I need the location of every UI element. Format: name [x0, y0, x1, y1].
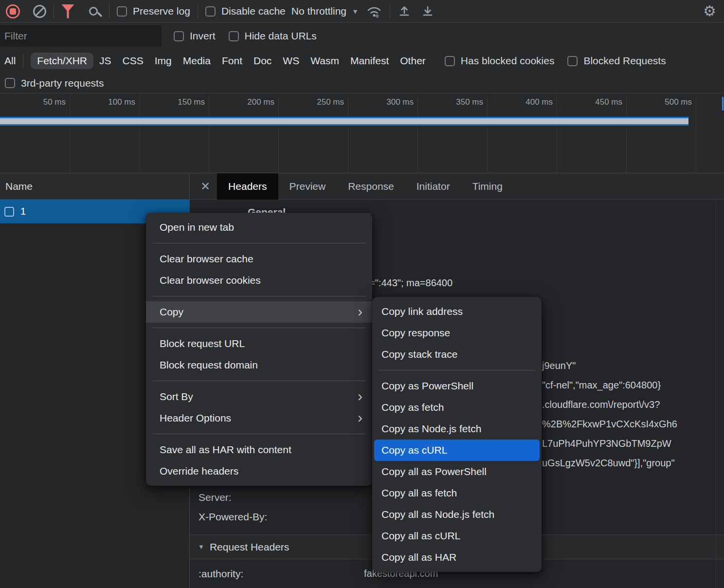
menu-item-open-in-new-tab[interactable]: Open in new tab	[146, 217, 372, 238]
blocked-requests-checkbox-group[interactable]: Blocked Requests	[567, 55, 666, 67]
clear-icon	[33, 5, 46, 18]
type-filter-media[interactable]: Media	[183, 55, 211, 67]
menu-separator	[379, 370, 535, 370]
header-value-fragment: "cf-nel","max_age":604800}	[542, 380, 661, 391]
submenu-item-copy-all-as-powershell[interactable]: Copy all as PowerShell	[372, 461, 542, 482]
record-button[interactable]	[0, 4, 20, 18]
hide-data-urls-checkbox[interactable]	[229, 31, 239, 41]
menu-item-sort-by-label: Sort By	[160, 391, 193, 402]
search-icon	[89, 7, 98, 16]
timeline-tick: 350 ms	[414, 97, 483, 107]
network-conditions-button[interactable]	[366, 4, 382, 18]
gear-icon: ⚙	[703, 3, 716, 19]
clear-button[interactable]	[20, 5, 46, 18]
network-overview-timeline[interactable]: 50 ms 100 ms 150 ms 200 ms 250 ms 300 ms…	[0, 94, 724, 173]
tab-headers[interactable]: Headers	[217, 173, 278, 200]
type-filter-css[interactable]: CSS	[123, 55, 144, 67]
timeline-tick: 200 ms	[205, 97, 274, 107]
submenu-item-copy-all-as-nodejs-fetch[interactable]: Copy all as Node.js fetch	[372, 504, 542, 525]
menu-item-block-request-domain[interactable]: Block request domain	[146, 354, 372, 376]
timeline-tick: 50 ms	[0, 97, 66, 107]
preserve-log-checkbox-group[interactable]: Preserve log	[117, 5, 190, 17]
close-icon[interactable]: ✕	[200, 180, 210, 193]
blocked-requests-label: Blocked Requests	[583, 55, 666, 67]
submenu-item-copy-all-as-fetch[interactable]: Copy all as fetch	[372, 482, 542, 504]
invert-checkbox[interactable]	[174, 31, 184, 41]
tab-preview[interactable]: Preview	[278, 173, 337, 200]
tab-timing[interactable]: Timing	[461, 173, 514, 200]
hide-data-urls-checkbox-group[interactable]: Hide data URLs	[229, 30, 317, 42]
export-har-button[interactable]	[421, 4, 434, 18]
name-column-header[interactable]: Name	[0, 173, 189, 200]
header-value-fragment: %2B%2FkxwP1vCXcKsI4xGh6	[542, 419, 677, 430]
request-headers-title: Request Headers	[210, 541, 289, 553]
alt-svc-value-fragment: 3=":443"; ma=86400	[364, 277, 452, 289]
header-value-fragment: L7uPh4PuhYP3NGbTM9ZpW	[542, 438, 671, 449]
type-filter-img[interactable]: Img	[155, 55, 172, 67]
type-filter-fetch-xhr-selected[interactable]: Fetch/XHR	[31, 53, 93, 69]
has-blocked-cookies-checkbox[interactable]	[445, 56, 455, 66]
menu-item-override-headers[interactable]: Override headers	[146, 460, 372, 482]
settings-button[interactable]: ⚙	[703, 4, 716, 18]
type-filter-js[interactable]: JS	[99, 55, 111, 67]
menu-item-header-options[interactable]: Header Options ›	[146, 407, 372, 429]
filter-bar: Invert Hide data URLs	[0, 23, 724, 49]
preserve-log-checkbox[interactable]	[117, 6, 127, 17]
blocked-requests-checkbox[interactable]	[567, 56, 578, 66]
filter-toggle-button[interactable]	[61, 4, 74, 18]
submenu-item-copy-as-powershell[interactable]: Copy as PowerShell	[372, 375, 542, 397]
throttling-select[interactable]: No throttling ▾	[291, 5, 357, 17]
wifi-icon	[366, 4, 382, 18]
toolbar-divider	[198, 4, 198, 18]
disable-cache-checkbox-group[interactable]: Disable cache	[205, 5, 286, 17]
third-party-checkbox-group[interactable]: 3rd-party requests	[5, 77, 104, 89]
submenu-item-copy-all-as-har[interactable]: Copy all as HAR	[372, 547, 542, 568]
timeline-tick: 300 ms	[344, 97, 414, 107]
header-value-fragment: .cloudflare.com\/report\/v3?	[542, 399, 660, 410]
tab-initiator[interactable]: Initiator	[405, 173, 461, 200]
header-value-fragment: uGsLgzW5v2C8uwd"}],"group"	[542, 458, 675, 469]
menu-item-copy[interactable]: Copy ›	[146, 301, 372, 323]
submenu-item-copy-stack-trace[interactable]: Copy stack trace	[372, 344, 542, 365]
submenu-item-copy-link-address[interactable]: Copy link address	[372, 301, 542, 322]
toolbar-divider	[54, 4, 54, 18]
type-filter-other[interactable]: Other	[400, 55, 426, 67]
overview-selection-bar[interactable]	[0, 117, 688, 126]
timeline-cursor	[722, 97, 724, 110]
row-checkbox[interactable]	[4, 207, 14, 217]
download-icon	[421, 4, 434, 18]
filter-input[interactable]	[0, 25, 162, 47]
search-button[interactable]	[74, 7, 102, 16]
submenu-item-copy-as-fetch[interactable]: Copy as fetch	[372, 397, 542, 418]
menu-separator	[152, 296, 366, 296]
menu-item-block-request-url[interactable]: Block request URL	[146, 333, 372, 354]
submenu-item-copy-all-as-curl[interactable]: Copy all as cURL	[372, 525, 542, 547]
type-filter-manifest[interactable]: Manifest	[350, 55, 389, 67]
type-filter-wasm[interactable]: Wasm	[310, 55, 339, 67]
scrollbar-track[interactable]	[715, 200, 716, 588]
import-har-button[interactable]	[398, 4, 411, 18]
tab-response[interactable]: Response	[337, 173, 405, 200]
menu-item-save-all-as-har[interactable]: Save all as HAR with content	[146, 439, 372, 460]
disable-cache-checkbox[interactable]	[205, 6, 216, 17]
timeline-tick: 150 ms	[136, 97, 205, 107]
submenu-item-copy-response[interactable]: Copy response	[372, 322, 542, 344]
menu-item-sort-by[interactable]: Sort By ›	[146, 386, 372, 407]
type-filter-all[interactable]: All	[4, 55, 16, 67]
header-value-fragment: j9eunY"	[542, 360, 576, 371]
menu-item-clear-browser-cache[interactable]: Clear browser cache	[146, 248, 372, 270]
invert-checkbox-group[interactable]: Invert	[174, 30, 216, 42]
type-filter-doc[interactable]: Doc	[253, 55, 272, 67]
third-party-checkbox[interactable]	[5, 78, 15, 88]
submenu-item-copy-as-nodejs-fetch[interactable]: Copy as Node.js fetch	[372, 418, 542, 440]
type-filter-font[interactable]: Font	[222, 55, 242, 67]
menu-separator	[152, 328, 366, 328]
has-blocked-cookies-checkbox-group[interactable]: Has blocked cookies	[445, 55, 555, 67]
request-context-menu: Open in new tab Clear browser cache Clea…	[146, 213, 372, 486]
hide-data-urls-label: Hide data URLs	[245, 30, 317, 42]
menu-item-clear-browser-cookies[interactable]: Clear browser cookies	[146, 270, 372, 291]
type-filter-ws[interactable]: WS	[283, 55, 299, 67]
submenu-item-copy-as-curl[interactable]: Copy as cURL	[374, 440, 540, 461]
invert-label: Invert	[190, 30, 216, 42]
timeline-tick: 500 ms	[623, 97, 692, 107]
